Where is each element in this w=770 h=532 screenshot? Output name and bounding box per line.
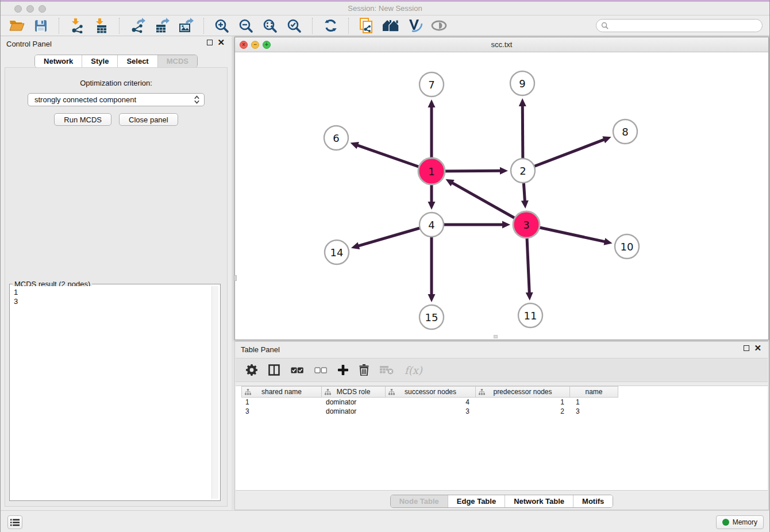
run-mcds-button[interactable]: Run MCDS bbox=[54, 113, 111, 126]
add-column-button[interactable] bbox=[338, 363, 348, 377]
show-hide-panel-button[interactable] bbox=[430, 17, 448, 34]
memory-button[interactable]: Memory bbox=[716, 515, 764, 529]
float-panel-icon[interactable] bbox=[207, 40, 213, 45]
show-columns-button[interactable] bbox=[268, 363, 280, 377]
column-header-MCDS-role[interactable]: MCDS role bbox=[321, 386, 386, 398]
graph-node-label: 1 bbox=[428, 165, 434, 178]
table-cell[interactable]: 2 bbox=[478, 407, 572, 416]
table-cell[interactable]: dominator bbox=[322, 407, 387, 416]
graph-node-label: 14 bbox=[330, 246, 344, 259]
tab-edge-table[interactable]: Edge Table bbox=[448, 495, 505, 507]
export-image-button[interactable] bbox=[176, 17, 195, 34]
graph-edge-arrowhead bbox=[604, 238, 613, 245]
open-session-button[interactable] bbox=[7, 17, 26, 34]
refresh-layout-button[interactable] bbox=[321, 17, 340, 34]
mcds-tab-content: Optimization criterion: strongly connect… bbox=[5, 67, 228, 507]
table-header-row: shared nameMCDS rolesuccessor nodesprede… bbox=[236, 386, 768, 398]
tab-network[interactable]: Network bbox=[35, 55, 82, 67]
main-toolbar bbox=[1, 16, 769, 36]
table-row[interactable]: 3dominator323 bbox=[242, 407, 768, 416]
tree-icon bbox=[388, 389, 395, 395]
column-header-shared-name[interactable]: shared name bbox=[241, 386, 322, 398]
delete-table-button[interactable] bbox=[380, 363, 394, 377]
control-panel-tabbar: Network Style Select MCDS bbox=[34, 55, 198, 68]
graph-edge-arrowhead bbox=[351, 242, 360, 249]
window-title: Session: New Session bbox=[1, 4, 769, 13]
search-box bbox=[596, 19, 763, 32]
zoom-fit-button[interactable] bbox=[261, 17, 279, 34]
tree-icon bbox=[479, 389, 485, 395]
tab-motifs[interactable]: Motifs bbox=[573, 495, 613, 507]
apply-layout-button[interactable] bbox=[382, 17, 400, 34]
table-cell[interactable]: 1 bbox=[478, 398, 572, 407]
export-table-button[interactable] bbox=[152, 17, 171, 34]
mcds-result-text[interactable]: 1 3 bbox=[11, 286, 211, 499]
mcds-result-scrollbar[interactable] bbox=[211, 286, 218, 499]
workspace: × – + scc.txt 1234678910111415 Table Pan… bbox=[232, 36, 769, 510]
application-window: Session: New Session bbox=[0, 0, 770, 532]
toolbar-separator bbox=[312, 18, 313, 34]
graph-edge-arrowhead bbox=[428, 202, 436, 210]
dropdown-value: strongly connected component bbox=[34, 95, 194, 104]
table-cell[interactable]: 3 bbox=[572, 407, 621, 416]
close-table-panel-icon[interactable]: ✕ bbox=[754, 345, 761, 351]
save-session-button[interactable] bbox=[32, 17, 50, 34]
table-cell[interactable]: 3 bbox=[242, 407, 322, 416]
table-cell[interactable]: 3 bbox=[387, 407, 478, 416]
table-options-button[interactable] bbox=[246, 363, 257, 377]
import-table-button[interactable] bbox=[92, 17, 110, 34]
memory-label: Memory bbox=[733, 518, 757, 526]
deselect-all-columns-button[interactable] bbox=[314, 363, 327, 377]
window-resize-handle-bottom[interactable] bbox=[494, 335, 498, 338]
tab-network-table[interactable]: Network Table bbox=[505, 495, 573, 507]
table-cell[interactable]: 1 bbox=[572, 398, 621, 407]
plus-icon bbox=[338, 365, 348, 375]
import-network-button[interactable] bbox=[68, 17, 86, 34]
export-network-button[interactable] bbox=[128, 17, 147, 34]
tab-select[interactable]: Select bbox=[118, 55, 157, 67]
copy-network-button[interactable] bbox=[357, 17, 376, 34]
columns-icon bbox=[268, 364, 280, 376]
tab-style[interactable]: Style bbox=[82, 55, 118, 67]
network-view-title: scc.txt bbox=[235, 40, 768, 49]
search-icon bbox=[601, 22, 609, 29]
gear-icon bbox=[246, 364, 257, 376]
table-cell[interactable]: 1 bbox=[242, 398, 322, 407]
optimization-criterion-dropdown[interactable]: strongly connected component bbox=[28, 93, 205, 106]
graph-node-label: 3 bbox=[523, 219, 529, 231]
column-header-successor-nodes[interactable]: successor nodes bbox=[385, 386, 476, 398]
toolbar-separator bbox=[203, 18, 204, 34]
window-resize-handle-left[interactable] bbox=[234, 275, 237, 281]
function-builder-button[interactable]: f(x) bbox=[405, 363, 422, 377]
graph-node-label: 8 bbox=[622, 126, 628, 138]
refresh-icon bbox=[324, 18, 338, 33]
graph-node-label: 2 bbox=[519, 165, 526, 177]
graph-edge-2-8[interactable] bbox=[523, 139, 605, 171]
vizmapper-button[interactable] bbox=[406, 17, 424, 34]
graph-node-label: 10 bbox=[621, 241, 634, 253]
column-header-predecessor-nodes[interactable]: predecessor nodes bbox=[475, 386, 570, 398]
graph-node-label: 6 bbox=[333, 132, 339, 144]
table-row[interactable]: 1dominator411 bbox=[242, 398, 768, 407]
table-cell[interactable]: 4 bbox=[387, 398, 478, 407]
delete-column-button[interactable] bbox=[359, 363, 369, 377]
close-panel-icon[interactable]: ✕ bbox=[217, 40, 225, 45]
task-history-button[interactable] bbox=[7, 515, 22, 529]
tab-node-table[interactable]: Node Table bbox=[391, 495, 448, 507]
close-panel-button[interactable]: Close panel bbox=[119, 113, 178, 126]
float-table-panel-icon[interactable] bbox=[744, 345, 749, 351]
network-view-window: × – + scc.txt 1234678910111415 bbox=[234, 37, 769, 340]
select-all-columns-button[interactable] bbox=[291, 363, 303, 377]
zoom-out-button[interactable] bbox=[237, 17, 255, 34]
control-panel: Control Panel ✕ Network Style Select MCD… bbox=[1, 36, 232, 510]
checked-boxes-icon bbox=[291, 367, 303, 373]
table-cell[interactable]: dominator bbox=[322, 398, 387, 407]
network-canvas[interactable]: 1234678910111415 bbox=[235, 52, 768, 340]
zoom-in-button[interactable] bbox=[213, 17, 231, 34]
tab-mcds[interactable]: MCDS bbox=[158, 55, 197, 67]
optimization-criterion-label: Optimization criterion: bbox=[5, 79, 227, 87]
search-input[interactable] bbox=[611, 22, 757, 30]
column-header-name[interactable]: name bbox=[569, 386, 618, 398]
control-panel-header: Control Panel ✕ bbox=[1, 36, 232, 51]
zoom-selected-button[interactable] bbox=[285, 17, 303, 34]
